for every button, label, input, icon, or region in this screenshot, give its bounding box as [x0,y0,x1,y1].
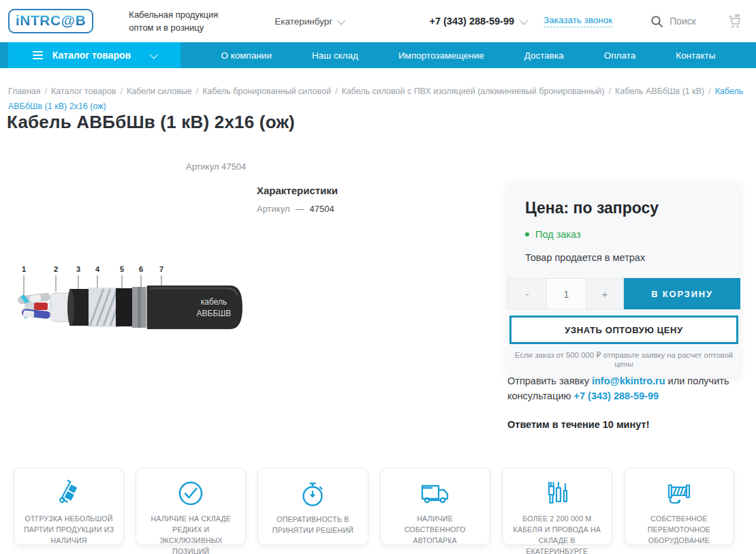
quantity-increase-button[interactable]: + [586,278,624,309]
nav-item-about[interactable]: О компании [221,50,272,61]
wholesale-price-button[interactable]: УЗНАТЬ ОПТОВУЮ ЦЕНУ [509,316,738,344]
hamburger-icon [33,49,43,61]
breadcrumb: Главная/Каталог товаров/Кабели силовые/К… [8,84,748,114]
search-icon [650,15,663,28]
nav-items: О компании Наш склад Импортозамещение До… [180,42,756,68]
breadcrumb-separator: / [335,87,337,96]
price-title: Цена: по запросу [525,199,723,217]
callback-link[interactable]: Заказать звонок [544,15,612,27]
breadcrumb-separator: / [609,87,611,96]
feature-card-own-fleet[interactable]: НАЛИЧИЕ СОБСТВЕННОГО АВТОПАРКА [380,467,490,545]
tools-icon [542,478,572,508]
top-bar: iNTRC@B Кабельная продукция оптом и в ро… [0,0,756,42]
cable-layer-number: 2 [54,265,58,273]
unit-note: Товар продается в метрах [525,252,723,263]
quantity-stepper: - 1 + В КОРЗИНУ [507,278,740,309]
feature-label: НАЛИЧИЕ СОБСТВЕННОГО АВТОПАРКА [386,514,484,547]
price-card: Цена: по запросу Под заказ Товар продает… [507,183,740,377]
characteristic-row: Артикул—47504 [257,204,334,214]
feature-label: СОБСТВЕННОЕ ПЕРЕМОТОЧНОЕ ОБОРУДОВАНИЕ [630,514,728,547]
catalog-menu-label: Каталог товаров [52,50,131,61]
add-to-cart-button[interactable]: В КОРЗИНУ [624,278,740,309]
feature-card-small-batch[interactable]: ОТГРУЗКА НЕБОЛЬШОЙ ПАРТИИ ПРОДУКЦИИ ИЗ Н… [14,467,124,545]
breadcrumb-avbbshv[interactable]: Кабель АВБбШв (1 кВ) [615,87,704,96]
breadcrumb-separator: / [121,87,123,96]
site-logo[interactable]: iNTRC@B [8,9,93,33]
breadcrumb-pvc-cable[interactable]: Кабель силовой с ПВХ изоляцией (алюминие… [341,87,604,96]
feature-card-stock-volume[interactable]: БОЛЕЕ 2 200 000 М КАБЕЛЯ И ПРОВОДА НА СК… [502,467,612,545]
availability-label: Под заказ [535,229,581,240]
truck-icon [418,478,452,508]
product-page: iNTRC@B Кабельная продукция оптом и в ро… [0,0,756,554]
contact-phone-link[interactable]: +7 (343) 288-59-99 [574,390,659,401]
header-phone[interactable]: +7 (343) 288-59-99 [429,16,526,27]
stopwatch-icon [298,478,328,509]
main-nav: Каталог товаров О компании Наш склад Имп… [0,42,756,68]
feature-label: ОПЕРАТИВНОСТЬ В ПРИНЯТИИ РЕШЕНИЙ [264,514,362,536]
chevron-down-icon [150,50,159,59]
contact-line: Отправить заявку info@kkintro.ru или пол… [507,373,746,404]
catalog-menu-button[interactable]: Каталог товаров [8,42,180,68]
feature-label: НАЛИЧИЕ НА СКЛАДЕ РЕДКИХ И ЭКСКЛЮЗИВНЫХ … [142,514,240,554]
breadcrumb-home[interactable]: Главная [8,87,41,96]
breadcrumb-armored-cable[interactable]: Кабель бронированный силовой [202,87,331,96]
header-phone-number: +7 (343) 288-59-99 [429,16,514,27]
nav-item-delivery[interactable]: Доставка [524,50,564,61]
site-tagline: Кабельная продукция оптом и в розницу [129,8,225,35]
site-logo-text: iNTRC@B [16,12,86,28]
nav-item-contacts[interactable]: Контакты [676,50,715,61]
characteristics-title: Характеристики [257,185,338,196]
chevron-down-icon [520,16,529,25]
search-label: Поиск [670,16,696,27]
cable-layer-number: 7 [159,265,163,273]
cart-button[interactable] [726,13,742,29]
breadcrumb-power-cables[interactable]: Кабели силовые [127,87,192,96]
breadcrumb-separator: / [45,87,47,96]
product-image: 1 2 3 4 5 6 7 [12,264,247,333]
cable-layer-number: 1 [22,265,26,273]
characteristic-dash: — [295,204,304,214]
cable-cutaway-illustration: 1 2 3 4 5 6 7 [12,264,247,333]
cable-layer-number: 5 [120,265,124,273]
response-time-note: Ответим в течение 10 минут! [507,417,746,432]
nav-item-warehouse[interactable]: Наш склад [312,50,358,61]
feature-label: БОЛЕЕ 2 200 000 М КАБЕЛЯ И ПРОВОДА НА СК… [508,514,606,554]
feature-cards: ОТГРУЗКА НЕБОЛЬШОЙ ПАРТИИ ПРОДУКЦИИ ИЗ Н… [14,467,734,545]
search-button[interactable]: Поиск [650,15,696,28]
breadcrumb-catalog[interactable]: Каталог товаров [51,87,116,96]
availability-dot-icon [525,232,529,236]
city-label: Екатеринбург [274,16,332,27]
feature-card-rewinding[interactable]: СОБСТВЕННОЕ ПЕРЕМОТОЧНОЕ ОБОРУДОВАНИЕ [624,467,734,545]
page-title: Кабель АВБбШв (1 кВ) 2х16 (ож) [7,112,295,133]
cable-caption-line1: кабель [201,297,227,307]
feature-card-fast-decisions[interactable]: ОПЕРАТИВНОСТЬ В ПРИНЯТИИ РЕШЕНИЙ [257,467,368,545]
quantity-decrease-button[interactable]: - [507,278,546,309]
breadcrumb-separator: / [196,87,198,96]
characteristic-name: Артикул [257,204,289,214]
cable-layer-number: 3 [76,265,80,273]
topbar-right: +7 (343) 288-59-99 Заказать звонок Поиск [429,13,742,29]
contact-email-link[interactable]: info@kkintro.ru [592,375,665,386]
nav-item-import-substitution[interactable]: Импортозамещение [398,50,484,61]
cable-layer-number: 6 [139,265,143,273]
feature-label: ОТГРУЗКА НЕБОЛЬШОЙ ПАРТИИ ПРОДУКЦИИ ИЗ Н… [20,514,118,547]
product-sku: Артикул 47504 [186,161,246,172]
contact-prefix: Отправить заявку [507,375,592,386]
contact-block: Отправить заявку info@kkintro.ru или пол… [507,373,746,432]
nav-item-payment[interactable]: Оплата [604,50,635,61]
check-circle-icon [176,478,206,508]
chevron-down-icon [337,16,346,25]
feature-card-rare-stock[interactable]: НАЛИЧИЕ НА СКЛАДЕ РЕДКИХ И ЭКСКЛЮЗИВНЫХ … [136,467,246,545]
city-selector[interactable]: Екатеринбург [274,16,343,27]
price-card-body: Цена: по запросу Под заказ Товар продает… [507,183,740,278]
cable-layer-number: 4 [95,265,100,273]
wholesale-note: Если заказ от 500 000 ₽ отправьте заявку… [507,344,740,377]
cable-spool-icon [662,478,696,508]
cart-icon [726,13,742,29]
handtruck-icon [54,478,84,508]
cable-caption-line2: АВББШВ [197,309,232,318]
characteristic-value: 47504 [309,204,334,214]
availability-status: Под заказ [525,229,723,240]
quantity-input[interactable]: 1 [546,278,586,309]
breadcrumb-separator: / [708,87,710,96]
